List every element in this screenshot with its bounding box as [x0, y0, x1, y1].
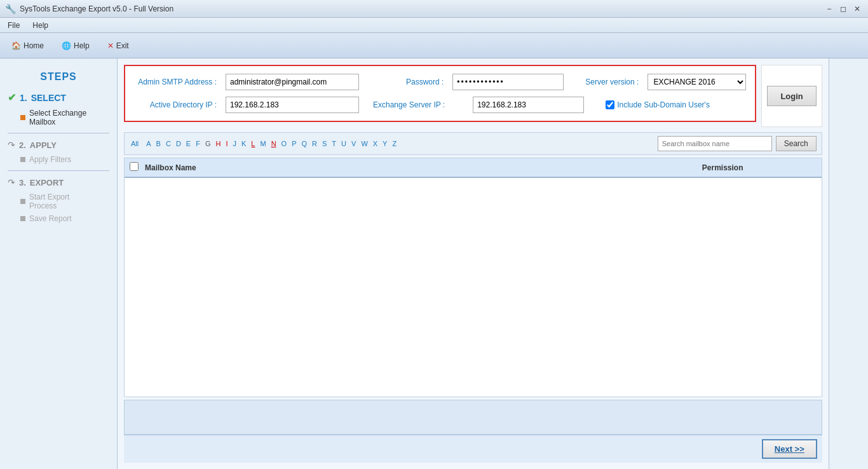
- alpha-T[interactable]: T: [330, 139, 337, 148]
- alpha-Z[interactable]: Z: [391, 139, 398, 148]
- step-3-sub-1-dot: [20, 199, 25, 204]
- alpha-V[interactable]: V: [350, 139, 357, 148]
- step-2-header: ↷ 2. APPLY: [8, 140, 109, 150]
- mailbox-table: Mailbox Name Permission: [124, 158, 822, 397]
- table-mailbox-name-header: Mailbox Name: [145, 163, 702, 172]
- step-3-arrow-icon: ↷: [8, 177, 15, 187]
- step-1-number: 1.: [20, 93, 27, 103]
- admin-smtp-input[interactable]: [226, 74, 359, 90]
- minimize-button[interactable]: −: [824, 3, 835, 15]
- home-label: Home: [24, 41, 44, 50]
- help-icon: 🌐: [62, 41, 71, 50]
- table-permission-header: Permission: [702, 163, 817, 172]
- alpha-A[interactable]: A: [145, 139, 152, 148]
- search-bar: Search: [658, 136, 817, 151]
- alpha-O[interactable]: O: [280, 139, 288, 148]
- login-form: Admin SMTP Address : Password : Server v…: [124, 65, 756, 122]
- ad-ip-label: Active Directory IP :: [134, 100, 217, 109]
- step-3-number: 3.: [19, 178, 26, 187]
- server-version-select[interactable]: EXCHANGE 2016 EXCHANGE 2013 EXCHANGE 201…: [648, 74, 746, 90]
- step-3-sub-2-dot: [20, 216, 25, 221]
- window-title: SysTools Exchange Export v5.0 - Full Ver…: [20, 4, 173, 13]
- sidebar-divider-1: [8, 133, 109, 133]
- restore-button[interactable]: ◻: [837, 3, 849, 15]
- form-row-1: Admin SMTP Address : Password : Server v…: [134, 74, 746, 90]
- step-3-sub-1: Start ExportProcess: [20, 193, 109, 210]
- menu-bar: File Help: [0, 18, 868, 33]
- toolbar-exit[interactable]: ✕ Exit: [104, 40, 133, 51]
- alpha-N[interactable]: N: [270, 139, 278, 148]
- filter-row: All A B C D E F G H I J K L M N O P Q R …: [124, 132, 822, 155]
- sidebar: STEPS ✔ 1. SELECT Select ExchangeMailbox…: [0, 58, 118, 469]
- alpha-B[interactable]: B: [155, 139, 162, 148]
- alpha-U[interactable]: U: [340, 139, 348, 148]
- sidebar-title: STEPS: [8, 71, 109, 83]
- include-subdomain-checkbox[interactable]: [606, 100, 614, 109]
- next-btn-container: Next >>: [124, 435, 822, 463]
- step-2-arrow-icon: ↷: [8, 140, 15, 150]
- toolbar-help[interactable]: 🌐 Help: [58, 40, 93, 51]
- alpha-Q[interactable]: Q: [300, 139, 308, 148]
- step-1-check-icon: ✔: [8, 92, 16, 104]
- exchange-ip-input[interactable]: [473, 97, 584, 113]
- app-icon: 🔧: [5, 4, 16, 14]
- step-2-sub-1: Apply Filters: [20, 155, 109, 164]
- step-1-header: ✔ 1. SELECT: [8, 92, 109, 104]
- password-input[interactable]: [452, 74, 564, 90]
- exchange-ip-label: Exchange Server IP :: [373, 100, 445, 109]
- toolbar: 🏠 Home 🌐 Help ✕ Exit: [0, 33, 868, 58]
- menu-help[interactable]: Help: [30, 20, 51, 31]
- close-button[interactable]: ✕: [851, 3, 863, 15]
- step-2-label: APPLY: [30, 140, 57, 150]
- exit-label: Exit: [116, 41, 129, 50]
- search-button[interactable]: Search: [776, 136, 817, 151]
- table-body: [125, 178, 822, 397]
- server-version-label: Server version :: [585, 78, 639, 86]
- menu-file[interactable]: File: [5, 20, 22, 31]
- step-2-sub-1-dot: [20, 157, 25, 162]
- sidebar-divider-2: [8, 170, 109, 171]
- title-bar: 🔧 SysTools Exchange Export v5.0 - Full V…: [0, 0, 868, 18]
- alpha-L[interactable]: L: [250, 139, 256, 148]
- alpha-M[interactable]: M: [259, 139, 267, 148]
- alpha-H[interactable]: H: [214, 139, 222, 148]
- title-bar-left: 🔧 SysTools Exchange Export v5.0 - Full V…: [5, 4, 173, 14]
- include-subdomain-label: Include Sub-Domain User's: [617, 100, 710, 109]
- alpha-G[interactable]: G: [204, 139, 212, 148]
- alpha-R[interactable]: R: [311, 139, 318, 148]
- alpha-K[interactable]: K: [240, 139, 247, 148]
- ad-ip-input[interactable]: [226, 97, 359, 113]
- search-input[interactable]: [658, 136, 772, 151]
- alpha-Y[interactable]: Y: [381, 139, 388, 148]
- alpha-F[interactable]: F: [194, 139, 201, 148]
- login-button[interactable]: Login: [767, 86, 816, 106]
- step-3-sub-1-label: Start ExportProcess: [29, 193, 69, 210]
- alpha-I[interactable]: I: [224, 139, 229, 148]
- alpha-C[interactable]: C: [165, 139, 172, 148]
- step-3-header: ↷ 3. EXPORT: [8, 177, 109, 187]
- step-1-label: SELECT: [31, 93, 66, 103]
- alpha-J[interactable]: J: [231, 139, 238, 148]
- title-controls: − ◻ ✕: [824, 3, 863, 15]
- alpha-D[interactable]: D: [175, 139, 182, 148]
- bottom-info-bar: [124, 400, 822, 435]
- toolbar-home[interactable]: 🏠 Home: [8, 40, 48, 51]
- step-1-sub-1[interactable]: Select ExchangeMailbox: [20, 109, 109, 126]
- step-3-sub-2: Save Report: [20, 214, 109, 223]
- select-all-checkbox[interactable]: [130, 162, 139, 171]
- alpha-P[interactable]: P: [290, 139, 297, 148]
- content-area: Admin SMTP Address : Password : Server v…: [118, 58, 829, 469]
- login-panel: Login: [761, 65, 822, 127]
- next-button[interactable]: Next >>: [762, 439, 817, 459]
- step-3-sub-2-label: Save Report: [29, 214, 72, 223]
- alpha-X[interactable]: X: [372, 139, 379, 148]
- help-label: Help: [74, 41, 90, 50]
- alpha-all[interactable]: All: [130, 139, 140, 148]
- table-check-col: [130, 162, 145, 173]
- table-header: Mailbox Name Permission: [125, 158, 822, 178]
- alpha-W[interactable]: W: [360, 139, 369, 148]
- alpha-E[interactable]: E: [185, 139, 192, 148]
- form-row-2: Active Directory IP : Exchange Server IP…: [134, 97, 746, 113]
- exit-icon: ✕: [107, 41, 114, 50]
- alpha-S[interactable]: S: [321, 139, 328, 148]
